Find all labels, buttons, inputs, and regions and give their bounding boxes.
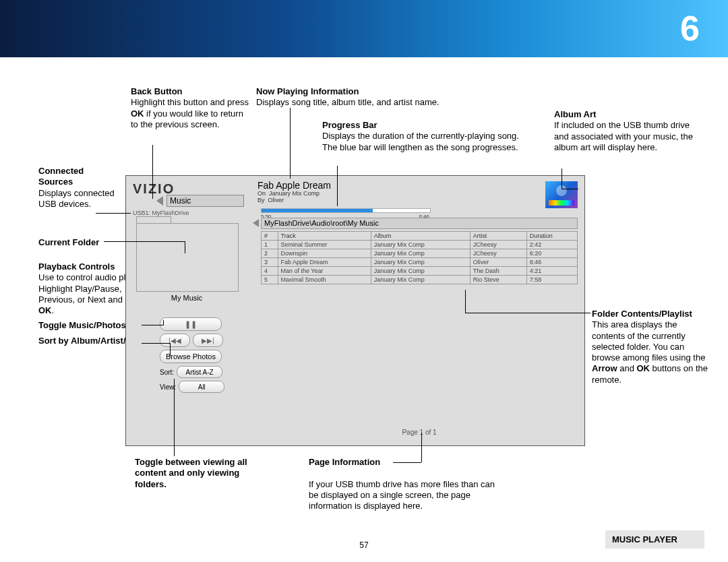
leader bbox=[465, 313, 590, 313]
page-number: 57 bbox=[0, 540, 728, 550]
cell: JCheesy bbox=[470, 249, 526, 258]
cell: Maximal Smooth bbox=[278, 276, 371, 284]
leader bbox=[562, 189, 578, 189]
prev-button[interactable]: |◀◀ bbox=[160, 334, 190, 347]
table-row[interactable]: 1Seminal SummerJanuary Mix CompJCheesy2:… bbox=[262, 241, 578, 249]
col-duration: Duration bbox=[526, 232, 577, 241]
cell: Man of the Year bbox=[278, 267, 371, 276]
callout-folder-contents: Folder Contents/Playlist This area displ… bbox=[592, 309, 710, 385]
callout-body: If your USB thumb drive has more files t… bbox=[309, 479, 495, 511]
col-num: # bbox=[262, 232, 278, 241]
callout-title: Now Playing Information bbox=[256, 86, 359, 96]
callout-view-toggle: Toggle between viewing all content and o… bbox=[135, 457, 270, 490]
playback-controls: ❚❚ |◀◀ ▶▶| Browse Photos Sort: Artist A-… bbox=[160, 317, 224, 396]
cell: Downspin bbox=[278, 249, 371, 258]
leader bbox=[290, 108, 291, 179]
callout-back: Back Button Highlight this button and pr… bbox=[131, 86, 249, 130]
leader bbox=[562, 168, 562, 189]
leader bbox=[174, 379, 175, 456]
leader bbox=[465, 290, 466, 313]
cell: 2 bbox=[262, 249, 278, 258]
leader bbox=[152, 145, 153, 199]
callout-title: Current Folder bbox=[38, 237, 99, 247]
cell: 8:46 bbox=[526, 258, 577, 267]
breadcrumb[interactable]: MyFlashDrive\Audio\root\My Music bbox=[261, 218, 578, 229]
back-icon[interactable] bbox=[156, 196, 163, 206]
view-button[interactable]: All bbox=[179, 381, 224, 393]
table-row[interactable]: 5Maximal SmoothJanuary Mix CompRio Steve… bbox=[262, 276, 578, 284]
leader bbox=[393, 462, 421, 463]
cell: January Mix Comp bbox=[371, 249, 470, 258]
callout-body: Displays the duration of the currently-p… bbox=[322, 131, 519, 152]
callout-title: Folder Contents/Playlist bbox=[592, 309, 692, 319]
callout-album-art: Album Art If included on the USB thumb d… bbox=[554, 109, 696, 153]
table-row[interactable]: 4Man of the YearJanuary Mix CompThe Dash… bbox=[262, 267, 578, 276]
table-row[interactable]: 2DownspinJanuary Mix CompJCheesy6:20 bbox=[262, 249, 578, 258]
leader bbox=[170, 343, 171, 356]
cell: January Mix Comp bbox=[371, 241, 470, 249]
cell: JCheesy bbox=[470, 241, 526, 249]
callout-body: Displays song title, album title, and ar… bbox=[256, 97, 439, 107]
leader bbox=[163, 320, 164, 325]
cell: 2:42 bbox=[526, 241, 577, 249]
cell: Seminal Summer bbox=[278, 241, 371, 249]
leader bbox=[142, 325, 163, 325]
col-track: Track bbox=[278, 232, 371, 241]
play-pause-button[interactable]: ❚❚ bbox=[160, 317, 222, 331]
callout-title: Toggle between viewing all content and o… bbox=[135, 457, 247, 489]
breadcrumb-back-icon[interactable] bbox=[253, 219, 259, 227]
sort-label: Sort: bbox=[160, 369, 174, 376]
callout-title: Back Button bbox=[131, 86, 183, 96]
now-playing: Fab Apple Dream On January Mix Comp By O… bbox=[257, 180, 446, 204]
cell: January Mix Comp bbox=[371, 267, 470, 276]
cell: Fab Apple Dream bbox=[278, 258, 371, 267]
cell: 7:58 bbox=[526, 276, 577, 284]
cell: Rio Steve bbox=[470, 276, 526, 284]
cell: Oliver bbox=[470, 258, 526, 267]
track-table: # Track Album Artist Duration 1Seminal S… bbox=[261, 231, 578, 284]
callout-page-info: Page Information If your USB thumb drive… bbox=[309, 457, 497, 511]
callout-title: Playback Controls bbox=[38, 261, 115, 272]
cell: 4 bbox=[262, 267, 278, 276]
cell: 5 bbox=[262, 276, 278, 284]
folder-icon[interactable] bbox=[136, 223, 239, 292]
callout-body: If included on the USB thumb drive and a… bbox=[554, 120, 693, 152]
leader bbox=[185, 241, 185, 253]
browse-photos-button[interactable]: Browse Photos bbox=[160, 350, 222, 363]
folder-name: My Music bbox=[136, 294, 237, 302]
callout-title: Connected Sources bbox=[38, 166, 84, 187]
cell: 6:20 bbox=[526, 249, 577, 258]
next-button[interactable]: ▶▶| bbox=[193, 334, 223, 347]
sort-button[interactable]: Artist A-Z bbox=[177, 366, 222, 378]
chapter-number: 6 bbox=[680, 8, 700, 49]
leader bbox=[142, 343, 170, 344]
col-album: Album bbox=[371, 232, 470, 241]
music-player-screen: VIZIO Music USB1: MyFlashDrive My Music … bbox=[125, 175, 585, 446]
np-artist: Oliver bbox=[268, 197, 284, 204]
callout-title: Album Art bbox=[554, 109, 596, 119]
leader bbox=[104, 241, 185, 242]
cell: 3 bbox=[262, 258, 278, 267]
music-label[interactable]: Music bbox=[166, 195, 244, 207]
cell: January Mix Comp bbox=[371, 258, 470, 267]
connected-source[interactable]: USB1: MyFlashDrive bbox=[133, 210, 189, 216]
leader bbox=[421, 433, 422, 462]
callout-now-playing: Now Playing Information Displays song ti… bbox=[256, 86, 499, 108]
callout-progress: Progress Bar Displays the duration of th… bbox=[322, 120, 524, 153]
np-album: January Mix Comp bbox=[269, 190, 320, 197]
np-title: Fab Apple Dream bbox=[257, 180, 446, 191]
leader bbox=[96, 213, 131, 214]
cell: January Mix Comp bbox=[371, 276, 470, 284]
cell: The Dash bbox=[470, 267, 526, 276]
chapter-header: 6 bbox=[0, 0, 728, 57]
table-row[interactable]: 3Fab Apple DreamJanuary Mix CompOliver8:… bbox=[262, 258, 578, 267]
cell: 4:21 bbox=[526, 267, 577, 276]
callout-body: Displays connected USB devices. bbox=[38, 188, 115, 209]
cell: 1 bbox=[262, 241, 278, 249]
page-info: Page 1 of 1 bbox=[261, 429, 578, 436]
callout-title: Progress Bar bbox=[322, 120, 377, 130]
callout-current-folder: Current Folder bbox=[38, 237, 126, 248]
leader bbox=[337, 166, 338, 206]
callout-title: Page Information bbox=[309, 457, 380, 467]
col-artist: Artist bbox=[470, 232, 526, 241]
